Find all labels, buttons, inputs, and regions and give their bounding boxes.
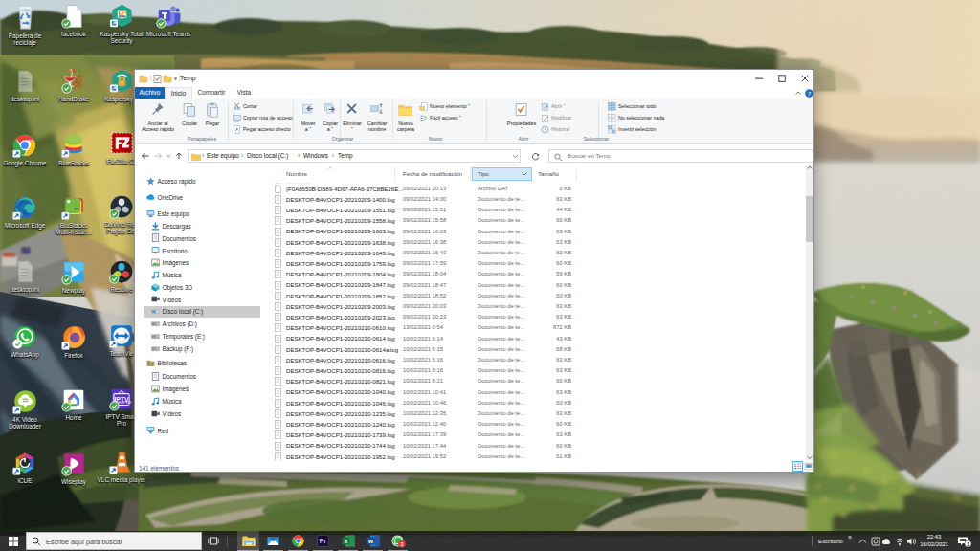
svg-text:w: w [368, 538, 374, 544]
svg-text:Pr: Pr [320, 538, 327, 544]
svg-text:?: ? [808, 90, 811, 97]
svg-text:x: x [345, 538, 348, 544]
svg-text:SMARTERS: SMARTERS [117, 401, 132, 405]
